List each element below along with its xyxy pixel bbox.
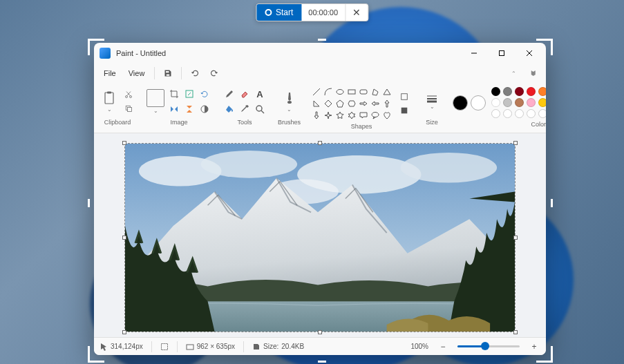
ribbon-label-tools: Tools <box>237 117 252 127</box>
minimize-button[interactable] <box>460 43 488 64</box>
save-icon[interactable] <box>159 65 177 82</box>
redo-icon[interactable] <box>205 65 223 82</box>
flip-v-button[interactable] <box>182 102 196 116</box>
color-swatch-12[interactable] <box>515 98 524 107</box>
size-button[interactable]: ⌄ <box>422 88 442 115</box>
shape-oval[interactable] <box>335 87 345 97</box>
record-start-button[interactable]: Start <box>256 4 301 21</box>
resize-handle-tr[interactable] <box>513 141 518 145</box>
color-swatch-custom-3[interactable] <box>527 109 536 118</box>
shape-arrow-left[interactable] <box>370 99 380 108</box>
capture-corner-bl[interactable] <box>88 346 104 363</box>
copy-button[interactable] <box>122 102 135 115</box>
brushes-button[interactable]: ⌄ <box>280 88 299 115</box>
capture-edge-left[interactable] <box>88 199 90 207</box>
capture-edge-top[interactable] <box>318 39 326 41</box>
shape-line[interactable] <box>312 87 321 97</box>
color-swatch-10[interactable] <box>491 98 500 107</box>
zoom-slider[interactable] <box>457 345 520 347</box>
eraser-tool[interactable] <box>238 87 252 101</box>
resize-handle-br[interactable] <box>513 330 518 334</box>
shape-arrow-down[interactable] <box>312 111 321 120</box>
resize-button[interactable] <box>182 87 196 101</box>
menu-file[interactable]: File <box>98 66 122 80</box>
undo-icon[interactable] <box>186 65 204 82</box>
shape-pentagon[interactable] <box>335 99 345 108</box>
shape-6star[interactable] <box>347 111 357 120</box>
shape-curve[interactable] <box>323 87 333 97</box>
record-close-button[interactable]: ✕ <box>345 4 368 21</box>
pencil-tool[interactable] <box>223 87 236 101</box>
cut-button[interactable] <box>122 88 135 101</box>
shape-fill-button[interactable] <box>397 104 411 117</box>
shape-outline-button[interactable] <box>397 90 411 103</box>
capture-corner-br[interactable] <box>536 346 553 363</box>
color-swatch-14[interactable] <box>538 98 546 107</box>
shape-5star[interactable] <box>335 111 345 120</box>
zoom-out-button[interactable]: − <box>437 341 449 353</box>
shape-roundrect[interactable] <box>359 87 368 97</box>
resize-handle-bl[interactable] <box>122 330 126 334</box>
paste-button[interactable]: ⌄ <box>100 88 119 115</box>
eyedropper-tool[interactable] <box>238 102 252 116</box>
color-swatch-2[interactable] <box>515 87 524 96</box>
rotate-button[interactable] <box>198 87 211 101</box>
crop-button[interactable] <box>167 87 181 101</box>
ribbon: ⌄ Clipboard ⌄ <box>94 83 546 133</box>
resize-handle-b[interactable] <box>318 330 322 334</box>
shape-triangle[interactable] <box>382 87 392 97</box>
shape-hexagon[interactable] <box>347 99 357 108</box>
color-swatch-custom-1[interactable] <box>503 109 512 118</box>
maximize-button[interactable] <box>488 43 516 64</box>
color-swatch-1[interactable] <box>503 87 512 96</box>
status-filesize: Size: 20.4KB <box>252 343 304 351</box>
color-swatch-custom-2[interactable] <box>515 109 524 118</box>
zoom-thumb[interactable] <box>481 342 489 350</box>
shape-callout-rect[interactable] <box>359 111 368 120</box>
collapse-ribbon-icon[interactable]: ⌃ <box>504 65 522 82</box>
resize-handle-l[interactable] <box>122 236 126 240</box>
flip-h-button[interactable] <box>167 102 181 116</box>
shapes-gallery <box>312 87 392 120</box>
svg-point-7 <box>130 96 132 98</box>
titlebar[interactable]: Paint - Untitled <box>94 43 546 64</box>
color-secondary[interactable] <box>471 95 486 111</box>
text-tool[interactable]: A <box>253 87 267 101</box>
canvas-selection-frame[interactable] <box>124 143 516 332</box>
resize-handle-tl[interactable] <box>122 141 126 145</box>
color-swatch-4[interactable] <box>538 87 546 96</box>
shape-polygon[interactable] <box>370 87 380 97</box>
color-primary[interactable] <box>453 95 468 111</box>
capture-corner-tl[interactable] <box>88 39 104 55</box>
color-swatch-custom-4[interactable] <box>538 109 546 118</box>
color-swatch-custom-0[interactable] <box>491 109 500 118</box>
status-selection <box>160 343 169 351</box>
copilot-icon[interactable] <box>524 65 542 82</box>
color-swatch-11[interactable] <box>503 98 512 107</box>
shape-heart[interactable] <box>382 111 392 120</box>
shape-callout-oval[interactable] <box>370 111 380 120</box>
color-swatch-13[interactable] <box>527 98 536 107</box>
fill-tool[interactable] <box>223 102 236 116</box>
shape-arrow-up[interactable] <box>382 99 392 108</box>
shape-arrow-right[interactable] <box>359 99 368 108</box>
resize-handle-r[interactable] <box>513 236 518 240</box>
color-swatch-3[interactable] <box>527 87 536 96</box>
shape-rect[interactable] <box>347 87 357 97</box>
ribbon-label-clipboard: Clipboard <box>104 117 131 127</box>
capture-edge-right[interactable] <box>551 199 553 207</box>
shape-4star[interactable] <box>323 111 333 120</box>
ribbon-label-colors: Colors <box>531 119 546 129</box>
invert-button[interactable] <box>198 102 211 116</box>
resize-handle-t[interactable] <box>318 141 322 145</box>
color-swatch-0[interactable] <box>491 87 500 96</box>
capture-edge-bottom[interactable] <box>318 361 326 363</box>
shape-diamond[interactable] <box>323 99 333 108</box>
magnifier-tool[interactable] <box>253 102 267 116</box>
canvas-area[interactable] <box>94 133 546 337</box>
shape-right-triangle[interactable] <box>312 99 321 108</box>
menu-view[interactable]: View <box>123 66 151 80</box>
chevron-down-icon[interactable]: ⌄ <box>153 108 158 114</box>
capture-corner-tr[interactable] <box>536 39 553 55</box>
select-button[interactable] <box>146 89 164 107</box>
